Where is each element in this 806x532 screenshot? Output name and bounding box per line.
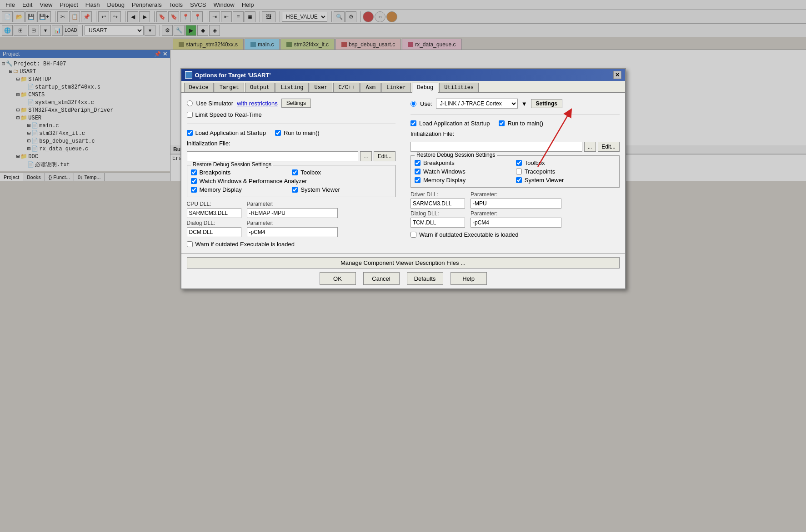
memory-row-left: Memory Display (191, 186, 290, 193)
restore-grid-left: Breakpoints Toolbox Watch Windows & Perf… (191, 169, 392, 193)
driver-dll-input[interactable] (411, 199, 465, 209)
use-settings-btn[interactable]: Settings (531, 99, 562, 108)
breakpoints-checkbox-left[interactable] (191, 169, 197, 175)
dropdown-arrow-right: ▼ (521, 100, 527, 107)
dialog-param-input-left[interactable] (247, 227, 338, 237)
sysviewer-checkbox-left[interactable] (292, 187, 298, 193)
dialog-tab-target[interactable]: Target (215, 83, 244, 92)
dialog-tabs: Device Target Output Listing User C/C++ … (181, 81, 625, 93)
memory-checkbox-right[interactable] (415, 177, 421, 183)
simulator-settings-btn[interactable]: Settings (281, 99, 311, 108)
manage-component-btn[interactable]: Manage Component Viewer Description File… (187, 257, 620, 268)
dialog-dll-input-right[interactable] (411, 218, 465, 228)
run-main-left-checkbox[interactable] (275, 130, 281, 136)
watch-checkbox-left[interactable] (191, 178, 197, 184)
dialog-dll-row-right: Dialog DLL: Parameter: (411, 210, 620, 228)
dialog-tab-device[interactable]: Device (184, 83, 214, 92)
load-app-left-label: Load Application at Startup (195, 129, 266, 136)
limit-speed-checkbox[interactable] (187, 112, 193, 118)
driver-param-input[interactable] (471, 199, 561, 209)
run-main-right: Run to main() (499, 120, 543, 127)
dialog-tab-user[interactable]: User (310, 83, 333, 92)
cpu-dll-col: CPU DLL: (187, 201, 241, 218)
use-radio[interactable] (411, 101, 416, 107)
cancel-btn[interactable]: Cancel (363, 272, 400, 285)
dialog-param-input-right[interactable] (471, 218, 561, 228)
init-file-input-right[interactable] (411, 142, 582, 152)
with-restrictions-link[interactable]: with restrictions (237, 100, 278, 107)
breakpoints-checkbox-right[interactable] (415, 160, 421, 166)
limit-speed-label: Limit Speed to Real-Time (195, 111, 262, 118)
dialog-param-col-right: Parameter: (471, 210, 561, 228)
dialog-dll-input-left[interactable] (187, 227, 241, 237)
divider-left-1 (187, 124, 396, 124)
warn-checkbox-right[interactable] (411, 232, 416, 238)
simulator-radio[interactable] (187, 100, 193, 106)
watch-label-left: Watch Windows & Performance Analyzer (200, 178, 307, 184)
dll-section-left: CPU DLL: Parameter: Dialog DLL: (187, 201, 396, 237)
cpu-param-col: Parameter: (247, 201, 338, 218)
dialog-tab-linker[interactable]: Linker (381, 83, 411, 92)
dialog-icon (185, 71, 192, 79)
dialog-tab-output[interactable]: Output (245, 83, 275, 92)
restore-group-title-right: Restore Debug Session Settings (415, 152, 497, 158)
tracepoints-row-right: Tracepoints (516, 168, 616, 175)
dialog-tab-cpp[interactable]: C/C++ (333, 83, 360, 92)
dialog-param-label-right: Parameter: (471, 210, 561, 217)
restore-group-title-left: Restore Debug Session Settings (191, 161, 273, 168)
dialog-tab-asm[interactable]: Asm (360, 83, 380, 92)
use-row: Use: J-LINK / J-TRACE Cortex ▼ Settings (411, 99, 620, 109)
edit-btn-right[interactable]: Edit... (598, 142, 620, 152)
init-file-label-left: Initialization File: (187, 140, 396, 147)
sysviewer-label-right: System Viewer (525, 177, 564, 184)
edit-btn-left[interactable]: Edit... (374, 151, 395, 161)
memory-row-right: Memory Display (415, 177, 514, 184)
toolbox-checkbox-right[interactable] (516, 160, 522, 166)
watch-checkbox-right[interactable] (415, 169, 421, 174)
tracepoints-checkbox-right[interactable] (516, 169, 522, 174)
dialog-tab-listing[interactable]: Listing (275, 83, 308, 92)
cpu-dll-input[interactable] (187, 208, 241, 218)
sysviewer-label-left: System Viewer (300, 186, 340, 193)
load-app-right-label: Load Application at Startup (419, 120, 490, 127)
init-file-input-left[interactable] (187, 151, 359, 161)
panel-divider (403, 99, 403, 248)
cpu-param-input[interactable] (247, 208, 338, 218)
breakpoints-row-right: Breakpoints (415, 159, 514, 166)
restore-group-content-right: Breakpoints Toolbox Watch Windows (415, 159, 616, 184)
limit-speed-row: Limit Speed to Real-Time (187, 111, 396, 118)
browse-btn-right[interactable]: ... (584, 142, 596, 152)
divider-right-1 (411, 114, 620, 114)
memory-label-right: Memory Display (423, 177, 466, 184)
warn-row-left: Warn if outdated Executable is loaded (187, 241, 396, 248)
memory-checkbox-left[interactable] (191, 187, 197, 193)
dll-section-right: Driver DLL: Parameter: Dialog DLL: (411, 191, 620, 228)
tracepoints-label-right: Tracepoints (525, 168, 555, 175)
run-main-right-checkbox[interactable] (499, 120, 505, 126)
modal-overlay: Options for Target 'USART' ✕ Device Targ… (0, 0, 806, 532)
toolbox-label-right: Toolbox (525, 159, 545, 166)
browse-btn-left[interactable]: ... (360, 151, 372, 161)
dialog-tab-debug[interactable]: Debug (412, 83, 438, 93)
toolbox-checkbox-left[interactable] (292, 169, 298, 175)
dialog-title: Options for Target 'USART' (195, 72, 271, 79)
ok-btn[interactable]: OK (320, 272, 356, 285)
driver-param-label: Parameter: (471, 191, 561, 198)
warn-checkbox-left[interactable] (187, 241, 193, 247)
cpu-param-label: Parameter: (247, 201, 338, 207)
dialog-dll-label-right: Dialog DLL: (411, 210, 465, 217)
dialog-dll-col-right: Dialog DLL: (411, 210, 465, 228)
cpu-dll-label: CPU DLL: (187, 201, 241, 207)
panel-left: Use Simulator with restrictions Settings… (187, 99, 396, 248)
defaults-btn[interactable]: Defaults (407, 272, 443, 285)
dialog-close-btn[interactable]: ✕ (613, 71, 621, 79)
dialog-tab-utilities[interactable]: Utilities (439, 83, 479, 92)
watch-row-right: Watch Windows (415, 168, 514, 175)
load-app-right: Load Application at Startup (411, 120, 490, 127)
use-label: Use: (420, 100, 432, 107)
help-btn[interactable]: Help (451, 272, 487, 285)
load-app-left-checkbox[interactable] (187, 130, 193, 136)
load-app-right-checkbox[interactable] (411, 120, 416, 126)
sysviewer-checkbox-right[interactable] (516, 177, 522, 183)
use-dropdown[interactable]: J-LINK / J-TRACE Cortex (436, 99, 518, 109)
